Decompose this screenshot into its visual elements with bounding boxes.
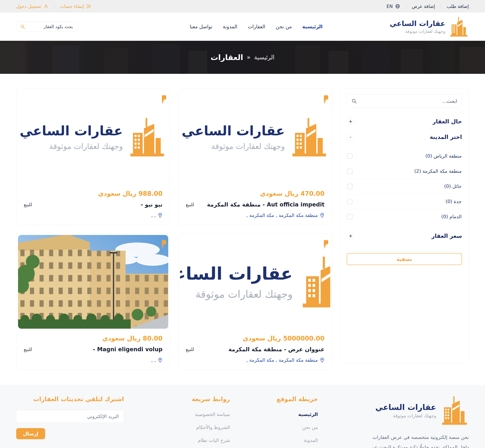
city-options: منطقة الرياض (0) منطقة مكة المكرمة (2) ح… [347,149,462,224]
footer-link-about[interactable]: من نحن [276,424,318,430]
expand-icon[interactable]: + [347,232,354,240]
location-text: منطقة مكة المكرمة , مكة المكرمة , [246,357,318,363]
filter-section-title: سعر العقار [431,232,462,239]
city-checkbox[interactable] [347,214,352,219]
city-option: الدمام (0) [347,209,462,224]
filter-section-city: اختر المدينة - [347,133,462,141]
nav-contact[interactable]: تواصل معنا [190,24,212,30]
filter-section-title: اختر المدينة [430,134,462,140]
logo-building-icon [449,16,469,37]
filter-section-title: حال العقار [433,118,462,125]
footer-subscribe-column: اشترك لتلقي تحديثات العقارات إرسال تابعن… [16,396,124,448]
header: عقارات الساعي وجهتك لعقارات موثوقة الرئي… [0,12,485,41]
status-badge: للبيع [186,346,194,352]
nav-blog[interactable]: المدونة [223,24,237,30]
logo-text: عقارات الساعي وجهتك لعقارات موثوقة [390,19,445,34]
globe-icon [395,4,400,9]
city-checkbox[interactable] [347,184,352,189]
location-text: , , [151,213,156,218]
subscribe-submit-button[interactable]: إرسال [16,428,45,439]
placeholder-text: عقارات الساعي وجهتك لعقارات موثوقة [182,123,285,151]
filter-search-input[interactable] [347,95,462,108]
property-card[interactable]: 80.00 ريال سعودي Magni eligendi volup - … [16,233,170,370]
sitemap-links: الرئيسية من نحن المدونة اتصل بنا [276,412,318,448]
placeholder-text: عقارات الساعي وجهتك لعقارات موثوقة [180,264,292,300]
brand-tagline: وجهتك لعقارات موثوقة [390,29,445,34]
page-banner: الرئيسية « العقارات [0,41,485,74]
quicklinks-title: روابط سريعة [171,396,230,402]
add-request-link[interactable]: إضافة طلب [447,4,469,9]
brand-name: عقارات الساعي [182,123,285,138]
nav-home[interactable]: الرئيسية [302,24,323,30]
footer-link-privacy[interactable]: سياسة الخصوصية [171,412,230,417]
divider [441,4,441,9]
breadcrumb-current: العقارات [211,53,243,62]
city-label: حائل (0) [444,184,462,189]
location-pin-icon [158,358,163,363]
property-image-placeholder: عقارات الساعي وجهتك لعقارات موثوقة [18,90,168,184]
city-option: منطقة مكة المكرمة (2) [347,164,462,179]
city-checkbox[interactable] [347,153,352,159]
site-logo[interactable]: عقارات الساعي وجهتك لعقارات موثوقة [390,16,469,37]
property-image-placeholder: عقارات الساعي وجهتك لعقارات موثوقة [180,90,330,184]
property-location: , , [24,357,163,363]
location-pin-icon [320,213,325,218]
city-label: منطقة الرياض (0) [425,153,462,159]
logo-building-icon [299,256,330,308]
property-price: 470.00 ريال سعودي [186,190,325,197]
property-title[interactable]: Magni eligendi volup - [93,346,163,352]
user-icon [44,4,48,8]
nav-about[interactable]: من نحن [276,24,292,30]
property-title[interactable]: Aut officia impedit - منطقة مكة المكرمة [207,201,325,208]
city-label: الدمام (0) [441,214,462,219]
property-title[interactable]: عنووان عرض - منطقة مكة المكرمة [228,346,325,352]
footer-link-blog[interactable]: المدونة [276,438,318,443]
main-nav: الرئيسية من نحن العقارات المدونة تواصل م… [190,24,323,30]
property-card[interactable]: عقارات الساعي وجهتك لعقارات موثوقة 470.0… [178,88,332,225]
bookmark-ribbon-icon [323,240,328,249]
apply-filters-button[interactable]: تصفية [347,253,462,265]
breadcrumb-separator: « [247,54,250,61]
property-card[interactable]: عقارات الساعي وجهتك لعقارات موثوقة 50000… [178,233,332,370]
filter-sidebar: حال العقار + اختر المدينة - منطقة الرياض… [340,88,469,363]
property-title[interactable]: نيو نيو - [141,201,163,208]
logo-text: عقارات الساعي وجهتك لعقارات موثوقة [375,403,436,418]
city-label: جدة (0) [446,199,462,204]
language-switcher[interactable]: EN [386,4,400,9]
topbar-auth: إنشاء حساب تسجيل دخول [16,4,91,9]
register-icon [86,4,91,8]
add-offer-link[interactable]: إضافة عرض [412,4,435,9]
footer-link-terms[interactable]: الشروط والأحكام [171,424,230,430]
filter-search [347,95,462,108]
footer-logo: عقارات الساعي وجهتك لعقارات موثوقة [364,396,469,425]
main-content: حال العقار + اختر المدينة - منطقة الرياض… [0,74,485,385]
placeholder-logo: عقارات الساعي وجهتك لعقارات موثوقة [20,117,167,157]
sitemap-title: خريطة الموقع [276,396,318,402]
city-checkbox[interactable] [347,199,352,204]
building-photo [18,235,168,329]
nav-properties[interactable]: العقارات [248,24,265,30]
footer-link-system[interactable]: شرح اليات نظام [171,438,230,443]
expand-icon[interactable]: + [347,118,354,125]
logo-building-icon [128,117,166,157]
property-price: 988.00 ريال سعودي [24,190,163,197]
collapse-icon[interactable]: - [347,133,354,141]
login-label: تسجيل دخول [16,4,41,9]
login-link[interactable]: تسجيل دخول [16,4,48,9]
property-price: 80.00 ريال سعودي [24,335,163,342]
filter-section-status: حال العقار + [347,118,462,125]
logo-building-icon [440,396,469,425]
breadcrumb: الرئيسية « العقارات [0,41,485,74]
city-option: جدة (0) [347,194,462,209]
breadcrumb-home[interactable]: الرئيسية [254,54,274,61]
city-checkbox[interactable] [347,168,352,174]
search-icon [352,99,357,104]
property-code-input[interactable] [16,22,79,32]
register-link[interactable]: إنشاء حساب [60,4,91,9]
footer-link-home[interactable]: الرئيسية [276,412,318,417]
property-card[interactable]: عقارات الساعي وجهتك لعقارات موثوقة 988.0… [16,88,170,225]
email-field[interactable] [16,410,124,423]
add-offer-label: إضافة عرض [412,4,435,9]
subscribe-title: اشترك لتلقي تحديثات العقارات [16,396,124,402]
status-badge: للبيع [24,346,32,352]
